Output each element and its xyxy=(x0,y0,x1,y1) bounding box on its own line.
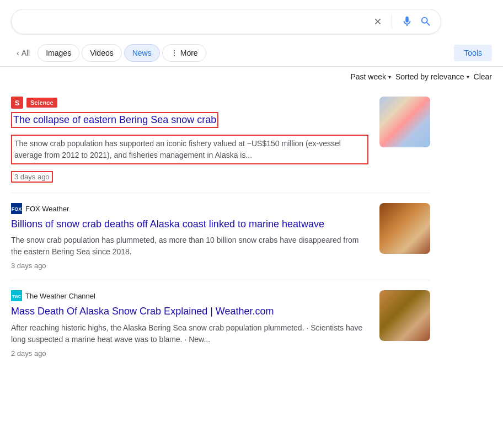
search-input[interactable]: crab xyxy=(20,17,373,26)
chevron-left-icon: ‹ xyxy=(17,49,19,57)
science-source-icon: S xyxy=(11,97,23,109)
all-tab-label: All xyxy=(22,49,30,57)
time-chevron-icon: ▾ xyxy=(388,74,391,80)
more-dots-icon: ⋮ xyxy=(170,49,178,57)
search-icons xyxy=(373,15,432,28)
filter-bar: Past week ▾ Sorted by relevance ▾ Clear xyxy=(0,67,503,87)
svg-text:FOX: FOX xyxy=(12,206,22,212)
science-badge: Science xyxy=(26,98,57,108)
article-content-2: FOX FOX Weather Billions of snow crab de… xyxy=(11,203,379,270)
article-title-1[interactable]: The collapse of eastern Bering Sea snow … xyxy=(11,112,218,128)
sort-filter-label: Sorted by relevance xyxy=(395,72,464,81)
article-card-1: S Science The collapse of eastern Bering… xyxy=(11,87,430,193)
article-snippet-2: The snow crab population has plummeted, … xyxy=(11,234,368,258)
article-source-2: FOX FOX Weather xyxy=(11,203,368,214)
article-image-3 xyxy=(379,290,430,341)
tab-images[interactable]: Images xyxy=(38,44,79,62)
time-filter-label: Past week xyxy=(350,72,386,81)
clear-search-button[interactable] xyxy=(373,17,383,26)
svg-text:TWC: TWC xyxy=(12,295,21,298)
article-title-3[interactable]: Mass Death Of Alaska Snow Crab Explained… xyxy=(11,305,368,318)
weather-source-icon: TWC xyxy=(11,290,22,301)
nav-all-tab[interactable]: ‹ All xyxy=(11,45,35,61)
tab-more[interactable]: ⋮ More xyxy=(162,44,206,62)
article-source-1: S Science xyxy=(11,97,368,109)
article-content-3: TWC The Weather Channel Mass Death Of Al… xyxy=(11,290,379,357)
tab-news[interactable]: News xyxy=(124,44,160,62)
date-wrapper-1: 3 days ago xyxy=(11,171,368,183)
search-bar: crab xyxy=(11,9,441,34)
voice-search-button[interactable] xyxy=(401,15,413,28)
snippet-wrapper-1: The snow crab population has supported a… xyxy=(11,135,368,168)
fox-source-icon: FOX xyxy=(11,203,22,214)
search-submit-button[interactable] xyxy=(420,15,432,28)
article-date-2: 3 days ago xyxy=(11,262,46,270)
weather-source-name: The Weather Channel xyxy=(25,292,95,300)
article-thumbnail-3 xyxy=(379,290,430,341)
time-filter[interactable]: Past week ▾ xyxy=(350,72,391,81)
clear-filters-button[interactable]: Clear xyxy=(474,72,492,81)
search-bar-container: crab xyxy=(0,0,503,40)
article-card-2: FOX FOX Weather Billions of snow crab de… xyxy=(11,193,430,280)
article-thumbnail-1 xyxy=(379,97,430,147)
article-snippet-3: After reaching historic highs, the Alask… xyxy=(11,322,368,345)
tools-button[interactable]: Tools xyxy=(454,45,492,61)
article-card-3: TWC The Weather Channel Mass Death Of Al… xyxy=(11,280,430,367)
article-snippet-1: The snow crab population has supported a… xyxy=(11,135,368,164)
nav-tabs: ‹ All Images Videos News ⋮ More Tools xyxy=(0,40,503,67)
article-content-1: S Science The collapse of eastern Bering… xyxy=(11,97,379,183)
article-thumbnail-2 xyxy=(379,203,430,254)
article-image-1 xyxy=(379,97,430,147)
sort-filter[interactable]: Sorted by relevance ▾ xyxy=(395,72,469,81)
article-title-2[interactable]: Billions of snow crab deaths off Alaska … xyxy=(11,217,368,231)
article-date-1: 3 days ago xyxy=(11,171,53,183)
fox-source-name: FOX Weather xyxy=(25,205,69,213)
results-container: S Science The collapse of eastern Bering… xyxy=(0,87,441,367)
tab-videos[interactable]: Videos xyxy=(82,44,122,62)
sort-chevron-icon: ▾ xyxy=(467,74,469,80)
article-image-2 xyxy=(379,203,430,254)
article-date-3: 2 days ago xyxy=(11,349,46,358)
divider xyxy=(392,15,392,28)
article-source-3: TWC The Weather Channel xyxy=(11,290,368,301)
